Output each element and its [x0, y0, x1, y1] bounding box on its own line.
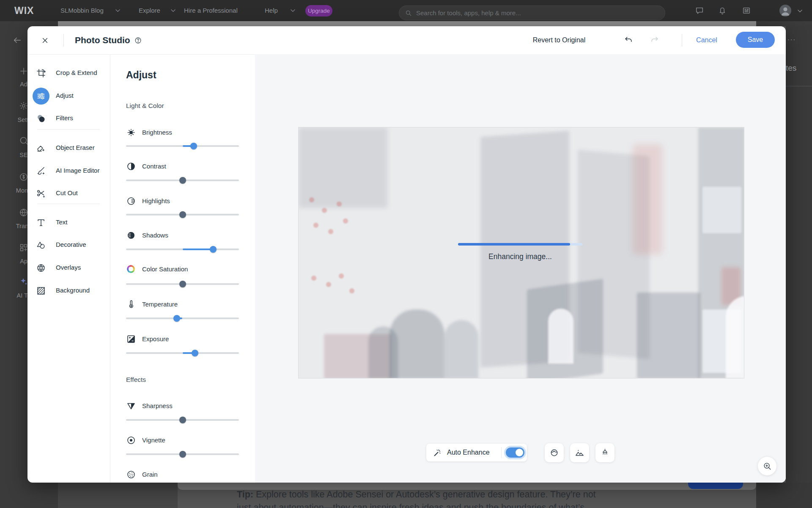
ceiling-light-icon — [600, 448, 610, 458]
slider-thumb[interactable] — [173, 315, 180, 322]
slider-track-contrast[interactable] — [126, 179, 239, 181]
crop-extend-icon — [36, 68, 46, 78]
back-arrow-icon[interactable] — [13, 36, 22, 45]
close-icon[interactable] — [41, 37, 49, 44]
slider-exposure: Exposure — [126, 334, 239, 345]
slider-track-shadows[interactable] — [126, 248, 239, 250]
wix-photo-studio-screen: WIX SLMobbin Blog Explore Hire a Profess… — [0, 0, 812, 508]
notifications-bell-icon[interactable] — [718, 6, 727, 15]
nav-help[interactable]: Help — [265, 0, 278, 21]
avatar[interactable] — [779, 5, 791, 17]
tip-line1: Explore tools like Adobe Sensei or Autod… — [253, 489, 596, 500]
sidebar-item-label: Crop & Extend — [56, 69, 97, 76]
slider-thumb[interactable] — [179, 281, 186, 287]
cut-out-icon — [36, 188, 46, 199]
ai-image-editor-icon — [36, 166, 46, 176]
slider-color-saturation: Color Saturation — [126, 264, 239, 276]
contrast-icon — [126, 161, 136, 171]
slider-track-brightness[interactable] — [126, 145, 239, 147]
toggle-knob — [516, 449, 523, 456]
slider-label: Exposure — [142, 335, 169, 342]
chat-icon[interactable] — [695, 6, 704, 15]
cancel-button[interactable]: Cancel — [691, 26, 723, 54]
text-icon — [36, 218, 46, 228]
ellipsis-menu-icon: ... — [787, 34, 796, 42]
slider-track-temperature[interactable] — [126, 318, 239, 319]
sidebar-item-background[interactable]: Background — [36, 283, 107, 298]
lighting-enhance-button[interactable] — [595, 443, 614, 462]
slider-track-exposure[interactable] — [126, 352, 239, 354]
slider-label: Temperature — [142, 301, 178, 308]
modal-title: Photo Studio — [75, 26, 130, 54]
highlights-icon — [126, 196, 136, 206]
magic-wand-icon — [433, 448, 442, 457]
color-saturation-icon — [126, 264, 136, 274]
sidebar-item-adjust[interactable]: Adjust — [36, 88, 107, 104]
red-bokeh-dot — [343, 218, 348, 224]
image-shape — [444, 320, 478, 378]
page-behind-bottom-right — [756, 483, 812, 508]
sidebar-item-cut-out[interactable]: Cut Out — [36, 186, 107, 201]
sidebar-item-overlays[interactable]: Overlays — [36, 260, 107, 276]
redo-icon[interactable] — [650, 36, 659, 45]
object-eraser-icon — [36, 143, 46, 153]
slider-thumb[interactable] — [179, 177, 186, 184]
portrait-enhance-button[interactable] — [545, 443, 564, 462]
nav-hire-a-professional[interactable]: Hire a Professional — [184, 0, 238, 21]
slider-thumb[interactable] — [192, 350, 198, 356]
search-input[interactable]: Search for tools, apps, help & more... — [399, 6, 665, 20]
sidebar-item-ai-image-editor[interactable]: AI Image Editor — [36, 163, 107, 179]
image-shape — [726, 296, 744, 378]
face-icon — [549, 448, 559, 458]
slider-thumb[interactable] — [179, 211, 186, 218]
slider-label: Sharpness — [142, 402, 173, 409]
sidebar-item-decorative[interactable]: Decorative — [36, 237, 107, 253]
background-icon — [36, 286, 46, 296]
sidebar-item-crop-extend[interactable]: Crop & Extend — [36, 66, 107, 81]
sidebar-item-filters[interactable]: Filters — [36, 111, 107, 126]
exposure-icon — [126, 334, 136, 344]
slider-label: Shadows — [142, 232, 168, 239]
sidebar-item-text[interactable]: Text — [36, 215, 107, 230]
sidebar-item-label: AI Image Editor — [56, 167, 99, 174]
slider-thumb[interactable] — [179, 417, 186, 423]
red-bokeh-dot — [337, 202, 342, 207]
filters-icon — [36, 113, 46, 124]
nav-explore[interactable]: Explore — [139, 0, 160, 21]
chevron-down-icon — [291, 9, 295, 12]
slider-thumb[interactable] — [179, 451, 186, 458]
slider-label: Brightness — [142, 129, 172, 136]
page-top-band-light — [58, 21, 756, 26]
slider-track-color-saturation[interactable] — [126, 283, 239, 285]
site-menu[interactable]: SLMobbin Blog — [60, 0, 104, 21]
landscape-enhance-button[interactable] — [570, 443, 589, 462]
slider-thumb[interactable] — [210, 246, 217, 253]
slider-track-sharpness[interactable] — [126, 419, 239, 421]
chevron-down-icon — [171, 9, 176, 12]
decorative-icon — [36, 240, 46, 250]
wix-logo[interactable]: WIX — [14, 0, 34, 21]
revert-to-original-button[interactable]: Revert to Original — [527, 26, 592, 54]
auto-enhance-label: Auto Enhance — [447, 444, 490, 461]
auto-enhance-toggle[interactable] — [506, 447, 524, 458]
overlays-icon — [36, 263, 46, 273]
news-panel-icon[interactable] — [742, 6, 751, 15]
slider-thumb[interactable] — [190, 143, 197, 149]
sidebar-item-label: Background — [56, 287, 90, 294]
red-bokeh-dot — [339, 273, 344, 279]
sidebar-item-label: Cut Out — [56, 189, 78, 196]
save-button[interactable]: Save — [736, 32, 775, 48]
sidebar-item-object-eraser[interactable]: Object Eraser — [36, 141, 107, 156]
undo-icon[interactable] — [624, 36, 633, 45]
search-icon — [405, 9, 412, 17]
divider — [37, 129, 100, 130]
slider-track-highlights[interactable] — [126, 214, 239, 215]
slider-track-vignette[interactable] — [126, 453, 239, 455]
page-behind-blue-button — [688, 483, 743, 489]
help-icon[interactable] — [134, 37, 142, 44]
upgrade-button[interactable]: Upgrade — [305, 5, 332, 17]
chevron-down-icon — [115, 9, 120, 12]
zoom-in-button[interactable] — [758, 457, 776, 475]
enhance-progress-fill — [458, 243, 570, 246]
wix-top-bar: WIX SLMobbin Blog Explore Hire a Profess… — [0, 0, 812, 21]
